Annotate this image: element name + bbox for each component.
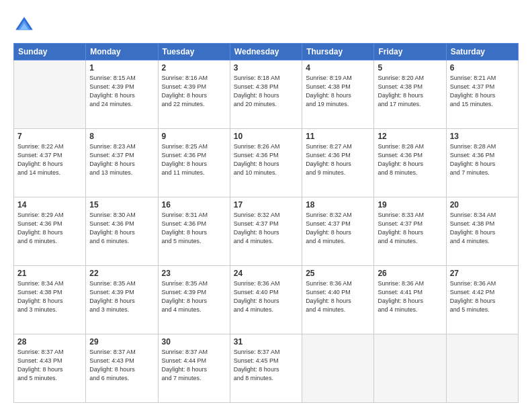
day-number: 3 (234, 63, 298, 73)
day-info: Sunrise: 8:28 AM Sunset: 4:36 PM Dayligh… (450, 142, 515, 177)
day-number: 15 (89, 200, 154, 210)
day-number: 20 (450, 200, 515, 210)
header-row: SundayMondayTuesdayWednesdayThursdayFrid… (14, 44, 519, 60)
calendar-cell: 11Sunrise: 8:27 AM Sunset: 4:36 PM Dayli… (302, 129, 374, 197)
day-info: Sunrise: 8:34 AM Sunset: 4:38 PM Dayligh… (450, 211, 515, 246)
calendar-cell: 5Sunrise: 8:20 AM Sunset: 4:38 PM Daylig… (374, 60, 446, 129)
day-info: Sunrise: 8:36 AM Sunset: 4:40 PM Dayligh… (306, 279, 370, 314)
day-number: 14 (17, 200, 82, 210)
calendar-cell: 12Sunrise: 8:28 AM Sunset: 4:36 PM Dayli… (374, 129, 446, 197)
header (13, 12, 519, 36)
day-number: 4 (306, 63, 370, 73)
day-info: Sunrise: 8:18 AM Sunset: 4:38 PM Dayligh… (234, 74, 298, 109)
calendar-cell (14, 60, 86, 129)
calendar-cell: 28Sunrise: 8:37 AM Sunset: 4:43 PM Dayli… (14, 334, 86, 403)
calendar-cell: 20Sunrise: 8:34 AM Sunset: 4:38 PM Dayli… (446, 197, 518, 266)
day-info: Sunrise: 8:27 AM Sunset: 4:36 PM Dayligh… (306, 142, 370, 177)
day-number: 16 (162, 200, 226, 210)
day-info: Sunrise: 8:37 AM Sunset: 4:43 PM Dayligh… (17, 348, 82, 383)
day-number: 23 (162, 269, 226, 278)
day-number: 27 (450, 269, 515, 278)
day-number: 7 (17, 132, 82, 141)
calendar-cell: 26Sunrise: 8:36 AM Sunset: 4:41 PM Dayli… (374, 266, 446, 334)
calendar-cell: 13Sunrise: 8:28 AM Sunset: 4:36 PM Dayli… (446, 129, 518, 197)
calendar-cell: 30Sunrise: 8:37 AM Sunset: 4:44 PM Dayli… (158, 334, 230, 403)
day-number: 26 (378, 269, 442, 278)
calendar-header: SundayMondayTuesdayWednesdayThursdayFrid… (14, 44, 519, 60)
day-info: Sunrise: 8:35 AM Sunset: 4:39 PM Dayligh… (89, 279, 154, 314)
logo-icon (13, 15, 35, 36)
day-number: 17 (234, 200, 298, 210)
calendar-cell: 29Sunrise: 8:37 AM Sunset: 4:43 PM Dayli… (86, 334, 158, 403)
calendar-cell: 7Sunrise: 8:22 AM Sunset: 4:37 PM Daylig… (14, 129, 86, 197)
calendar-cell: 4Sunrise: 8:19 AM Sunset: 4:38 PM Daylig… (302, 60, 374, 129)
day-number: 10 (234, 132, 298, 141)
day-number: 12 (378, 132, 442, 141)
day-number: 29 (89, 337, 154, 347)
day-info: Sunrise: 8:33 AM Sunset: 4:37 PM Dayligh… (378, 211, 442, 246)
header-day: Friday (374, 44, 446, 60)
calendar-cell: 22Sunrise: 8:35 AM Sunset: 4:39 PM Dayli… (86, 266, 158, 334)
calendar-cell: 15Sunrise: 8:30 AM Sunset: 4:36 PM Dayli… (86, 197, 158, 266)
calendar-cell (374, 334, 446, 403)
header-day: Sunday (14, 44, 86, 60)
day-info: Sunrise: 8:36 AM Sunset: 4:40 PM Dayligh… (234, 279, 298, 314)
day-info: Sunrise: 8:19 AM Sunset: 4:38 PM Dayligh… (306, 74, 370, 109)
header-day: Thursday (302, 44, 374, 60)
header-day: Wednesday (230, 44, 302, 60)
calendar-body: 1Sunrise: 8:15 AM Sunset: 4:39 PM Daylig… (14, 60, 519, 403)
calendar-cell: 31Sunrise: 8:37 AM Sunset: 4:45 PM Dayli… (230, 334, 302, 403)
day-number: 30 (162, 337, 226, 347)
calendar-cell: 9Sunrise: 8:25 AM Sunset: 4:36 PM Daylig… (158, 129, 230, 197)
calendar-cell: 3Sunrise: 8:18 AM Sunset: 4:38 PM Daylig… (230, 60, 302, 129)
day-number: 21 (17, 269, 82, 278)
calendar-row: 7Sunrise: 8:22 AM Sunset: 4:37 PM Daylig… (14, 129, 519, 197)
day-info: Sunrise: 8:31 AM Sunset: 4:36 PM Dayligh… (162, 211, 226, 246)
calendar-cell: 16Sunrise: 8:31 AM Sunset: 4:36 PM Dayli… (158, 197, 230, 266)
calendar-cell: 14Sunrise: 8:29 AM Sunset: 4:36 PM Dayli… (14, 197, 86, 266)
day-info: Sunrise: 8:21 AM Sunset: 4:37 PM Dayligh… (450, 74, 515, 109)
calendar-cell: 27Sunrise: 8:36 AM Sunset: 4:42 PM Dayli… (446, 266, 518, 334)
calendar-cell: 21Sunrise: 8:34 AM Sunset: 4:38 PM Dayli… (14, 266, 86, 334)
day-info: Sunrise: 8:32 AM Sunset: 4:37 PM Dayligh… (306, 211, 370, 246)
header-day: Tuesday (158, 44, 230, 60)
calendar-cell: 19Sunrise: 8:33 AM Sunset: 4:37 PM Dayli… (374, 197, 446, 266)
day-info: Sunrise: 8:37 AM Sunset: 4:45 PM Dayligh… (234, 348, 298, 383)
calendar-row: 28Sunrise: 8:37 AM Sunset: 4:43 PM Dayli… (14, 334, 519, 403)
day-number: 22 (89, 269, 154, 278)
page: SundayMondayTuesdayWednesdayThursdayFrid… (0, 0, 532, 411)
day-info: Sunrise: 8:37 AM Sunset: 4:44 PM Dayligh… (162, 348, 226, 383)
day-number: 8 (89, 132, 154, 141)
day-number: 2 (162, 63, 226, 73)
day-number: 13 (450, 132, 515, 141)
day-info: Sunrise: 8:23 AM Sunset: 4:37 PM Dayligh… (89, 142, 154, 177)
header-day: Saturday (446, 44, 518, 60)
day-info: Sunrise: 8:25 AM Sunset: 4:36 PM Dayligh… (162, 142, 226, 177)
calendar-table: SundayMondayTuesdayWednesdayThursdayFrid… (13, 43, 519, 403)
day-number: 31 (234, 337, 298, 347)
calendar-cell (302, 334, 374, 403)
calendar-cell: 25Sunrise: 8:36 AM Sunset: 4:40 PM Dayli… (302, 266, 374, 334)
day-info: Sunrise: 8:26 AM Sunset: 4:36 PM Dayligh… (234, 142, 298, 177)
day-info: Sunrise: 8:34 AM Sunset: 4:38 PM Dayligh… (17, 279, 82, 314)
calendar-cell: 17Sunrise: 8:32 AM Sunset: 4:37 PM Dayli… (230, 197, 302, 266)
calendar-cell: 1Sunrise: 8:15 AM Sunset: 4:39 PM Daylig… (86, 60, 158, 129)
day-number: 9 (162, 132, 226, 141)
day-info: Sunrise: 8:29 AM Sunset: 4:36 PM Dayligh… (17, 211, 82, 246)
day-number: 11 (306, 132, 370, 141)
calendar-cell: 8Sunrise: 8:23 AM Sunset: 4:37 PM Daylig… (86, 129, 158, 197)
day-info: Sunrise: 8:36 AM Sunset: 4:41 PM Dayligh… (378, 279, 442, 314)
day-number: 19 (378, 200, 442, 210)
day-number: 25 (306, 269, 370, 278)
day-info: Sunrise: 8:35 AM Sunset: 4:39 PM Dayligh… (162, 279, 226, 314)
calendar-cell: 24Sunrise: 8:36 AM Sunset: 4:40 PM Dayli… (230, 266, 302, 334)
day-number: 28 (17, 337, 82, 347)
day-info: Sunrise: 8:36 AM Sunset: 4:42 PM Dayligh… (450, 279, 515, 314)
calendar-cell (446, 334, 518, 403)
day-number: 5 (378, 63, 442, 73)
day-number: 18 (306, 200, 370, 210)
calendar-cell: 2Sunrise: 8:16 AM Sunset: 4:39 PM Daylig… (158, 60, 230, 129)
day-info: Sunrise: 8:28 AM Sunset: 4:36 PM Dayligh… (378, 142, 442, 177)
calendar-cell: 23Sunrise: 8:35 AM Sunset: 4:39 PM Dayli… (158, 266, 230, 334)
day-info: Sunrise: 8:37 AM Sunset: 4:43 PM Dayligh… (89, 348, 154, 383)
